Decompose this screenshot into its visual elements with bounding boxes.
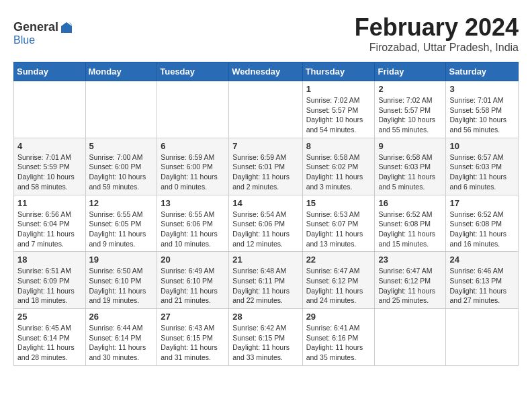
day-number: 15 (306, 198, 371, 208)
day-info: Sunrise: 6:59 AMSunset: 6:00 PMDaylight:… (161, 152, 225, 192)
header-thursday: Thursday (302, 62, 375, 81)
table-cell: 5Sunrise: 7:00 AMSunset: 6:00 PMDaylight… (85, 138, 157, 195)
table-cell: 20Sunrise: 6:49 AMSunset: 6:10 PMDayligh… (157, 252, 229, 309)
day-number: 5 (89, 141, 154, 151)
table-cell: 4Sunrise: 7:01 AMSunset: 5:59 PMDaylight… (14, 138, 86, 195)
calendar-subtitle: Firozabad, Uttar Pradesh, India (13, 42, 519, 54)
header-friday: Friday (375, 62, 446, 81)
logo-icon (60, 21, 73, 34)
table-cell: 2Sunrise: 7:02 AMSunset: 5:57 PMDaylight… (375, 81, 446, 138)
header-row: General Blue February 2024 Firozabad, Ut… (13, 13, 519, 56)
day-number: 9 (378, 141, 442, 151)
table-cell: 19Sunrise: 6:50 AMSunset: 6:10 PMDayligh… (85, 252, 157, 309)
day-info: Sunrise: 6:41 AMSunset: 6:16 PMDaylight:… (306, 323, 371, 363)
weekday-header-row: Sunday Monday Tuesday Wednesday Thursday… (14, 62, 519, 81)
day-number: 8 (306, 141, 371, 151)
header-sunday: Sunday (14, 62, 86, 81)
day-info: Sunrise: 7:01 AMSunset: 5:58 PMDaylight:… (449, 95, 515, 135)
day-info: Sunrise: 6:42 AMSunset: 6:15 PMDaylight:… (232, 323, 298, 363)
day-info: Sunrise: 6:49 AMSunset: 6:10 PMDaylight:… (161, 266, 225, 306)
table-cell: 26Sunrise: 6:44 AMSunset: 6:14 PMDayligh… (85, 309, 157, 366)
day-info: Sunrise: 6:52 AMSunset: 6:08 PMDaylight:… (378, 210, 442, 249)
page-container: General Blue February 2024 Firozabad, Ut… (13, 13, 519, 366)
day-info: Sunrise: 7:01 AMSunset: 5:59 PMDaylight:… (17, 152, 82, 192)
day-number: 3 (449, 84, 515, 94)
table-cell: 6Sunrise: 6:59 AMSunset: 6:00 PMDaylight… (157, 138, 229, 195)
day-number: 27 (161, 312, 225, 322)
table-cell: 28Sunrise: 6:42 AMSunset: 6:15 PMDayligh… (229, 309, 302, 366)
week-row-5: 25Sunrise: 6:45 AMSunset: 6:14 PMDayligh… (14, 309, 519, 366)
day-number: 21 (232, 255, 298, 265)
table-cell: 18Sunrise: 6:51 AMSunset: 6:09 PMDayligh… (14, 252, 86, 309)
day-number: 10 (449, 141, 515, 151)
day-info: Sunrise: 6:43 AMSunset: 6:15 PMDaylight:… (161, 323, 225, 363)
table-cell (14, 81, 86, 138)
table-cell: 21Sunrise: 6:48 AMSunset: 6:11 PMDayligh… (229, 252, 302, 309)
week-row-3: 11Sunrise: 6:56 AMSunset: 6:04 PMDayligh… (14, 195, 519, 252)
table-cell: 1Sunrise: 7:02 AMSunset: 5:57 PMDaylight… (302, 81, 375, 138)
table-cell: 16Sunrise: 6:52 AMSunset: 6:08 PMDayligh… (375, 195, 446, 252)
day-number: 26 (89, 312, 154, 322)
day-info: Sunrise: 6:44 AMSunset: 6:14 PMDaylight:… (89, 323, 154, 363)
day-number: 22 (306, 255, 371, 265)
logo-general: General (13, 20, 58, 34)
day-info: Sunrise: 6:50 AMSunset: 6:10 PMDaylight:… (89, 266, 154, 306)
day-info: Sunrise: 6:46 AMSunset: 6:13 PMDaylight:… (449, 266, 515, 306)
day-number: 1 (306, 84, 371, 94)
header-monday: Monday (85, 62, 157, 81)
day-number: 29 (306, 312, 371, 322)
table-cell: 22Sunrise: 6:47 AMSunset: 6:12 PMDayligh… (302, 252, 375, 309)
day-info: Sunrise: 6:48 AMSunset: 6:11 PMDaylight:… (232, 266, 298, 306)
table-cell: 17Sunrise: 6:52 AMSunset: 6:08 PMDayligh… (446, 195, 519, 252)
day-info: Sunrise: 6:55 AMSunset: 6:06 PMDaylight:… (161, 210, 225, 249)
day-number: 19 (89, 255, 154, 265)
day-info: Sunrise: 6:58 AMSunset: 6:03 PMDaylight:… (378, 152, 442, 192)
day-info: Sunrise: 7:02 AMSunset: 5:57 PMDaylight:… (378, 95, 442, 135)
day-info: Sunrise: 6:56 AMSunset: 6:04 PMDaylight:… (17, 210, 82, 249)
calendar-title: February 2024 (13, 13, 519, 42)
day-info: Sunrise: 6:55 AMSunset: 6:05 PMDaylight:… (89, 210, 154, 249)
day-info: Sunrise: 6:52 AMSunset: 6:08 PMDaylight:… (449, 210, 515, 249)
day-number: 11 (17, 198, 82, 208)
day-number: 7 (232, 141, 298, 151)
day-info: Sunrise: 6:53 AMSunset: 6:07 PMDaylight:… (306, 210, 371, 249)
day-number: 16 (378, 198, 442, 208)
day-info: Sunrise: 6:47 AMSunset: 6:12 PMDaylight:… (306, 266, 371, 306)
table-cell: 24Sunrise: 6:46 AMSunset: 6:13 PMDayligh… (446, 252, 519, 309)
day-number: 12 (89, 198, 154, 208)
day-info: Sunrise: 6:45 AMSunset: 6:14 PMDaylight:… (17, 323, 82, 363)
day-number: 2 (378, 84, 442, 94)
calendar-table: Sunday Monday Tuesday Wednesday Thursday… (13, 62, 519, 366)
table-cell: 25Sunrise: 6:45 AMSunset: 6:14 PMDayligh… (14, 309, 86, 366)
day-number: 18 (17, 255, 82, 265)
table-cell: 8Sunrise: 6:58 AMSunset: 6:02 PMDaylight… (302, 138, 375, 195)
day-info: Sunrise: 7:00 AMSunset: 6:00 PMDaylight:… (89, 152, 154, 192)
day-number: 14 (232, 198, 298, 208)
table-cell (85, 81, 157, 138)
day-info: Sunrise: 6:54 AMSunset: 6:06 PMDaylight:… (232, 210, 298, 249)
day-info: Sunrise: 7:02 AMSunset: 5:57 PMDaylight:… (306, 95, 371, 135)
week-row-2: 4Sunrise: 7:01 AMSunset: 5:59 PMDaylight… (14, 138, 519, 195)
day-number: 28 (232, 312, 298, 322)
table-cell: 27Sunrise: 6:43 AMSunset: 6:15 PMDayligh… (157, 309, 229, 366)
day-info: Sunrise: 6:58 AMSunset: 6:02 PMDaylight:… (306, 152, 371, 192)
day-number: 13 (161, 198, 225, 208)
day-number: 6 (161, 141, 225, 151)
table-cell (446, 309, 519, 366)
table-cell: 9Sunrise: 6:58 AMSunset: 6:03 PMDaylight… (375, 138, 446, 195)
table-cell: 11Sunrise: 6:56 AMSunset: 6:04 PMDayligh… (14, 195, 86, 252)
day-info: Sunrise: 6:59 AMSunset: 6:01 PMDaylight:… (232, 152, 298, 192)
day-number: 4 (17, 141, 82, 151)
table-cell: 10Sunrise: 6:57 AMSunset: 6:03 PMDayligh… (446, 138, 519, 195)
day-info: Sunrise: 6:47 AMSunset: 6:12 PMDaylight:… (378, 266, 442, 306)
day-number: 23 (378, 255, 442, 265)
day-info: Sunrise: 6:57 AMSunset: 6:03 PMDaylight:… (449, 152, 515, 192)
day-info: Sunrise: 6:51 AMSunset: 6:09 PMDaylight:… (17, 266, 82, 306)
logo-blue-text: Blue (13, 34, 35, 46)
header-tuesday: Tuesday (157, 62, 229, 81)
table-cell (157, 81, 229, 138)
table-cell: 15Sunrise: 6:53 AMSunset: 6:07 PMDayligh… (302, 195, 375, 252)
day-number: 25 (17, 312, 82, 322)
table-cell: 7Sunrise: 6:59 AMSunset: 6:01 PMDaylight… (229, 138, 302, 195)
day-number: 17 (449, 198, 515, 208)
